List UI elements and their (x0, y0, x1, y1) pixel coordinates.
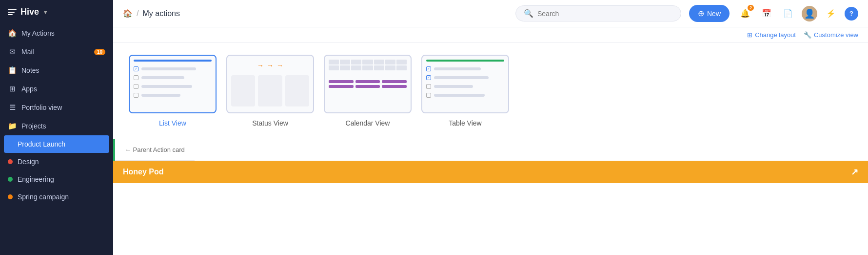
sidebar-item-spring-campaign[interactable]: Spring campaign (0, 188, 113, 206)
hive-logo-icon (8, 9, 17, 15)
list-view-card[interactable]: List View (129, 55, 217, 127)
list-view-label: List View (159, 119, 186, 127)
sidebar-item-label: Product Launch (18, 140, 65, 148)
table-view-card[interactable]: Table View (421, 55, 509, 127)
sidebar-item-engineering[interactable]: Engineering (0, 170, 113, 188)
notif-badge: 2 (748, 5, 754, 11)
search-input[interactable] (537, 10, 673, 18)
calendar-button[interactable]: 📅 (759, 6, 774, 21)
parent-action-bar[interactable]: ← Parent Action card (115, 139, 195, 161)
parent-action-row: ← Parent Action card (113, 139, 868, 161)
layout-icon: ⊞ (747, 31, 752, 39)
change-layout-label: Change layout (755, 31, 796, 39)
change-layout-button[interactable]: ⊞ Change layout (747, 31, 796, 39)
sidebar-item-mail[interactable]: ✉ Mail 10 (0, 42, 113, 61)
home-icon: 🏠 (8, 29, 17, 38)
list-view-thumbnail (129, 55, 217, 113)
wrench-icon: 🔧 (804, 31, 811, 39)
calendar-view-label: Calendar View (346, 119, 390, 127)
mail-icon: ✉ (8, 47, 17, 56)
calendar-view-card[interactable]: Calendar View (324, 55, 412, 127)
logo-caret: ▾ (44, 9, 47, 16)
topbar-separator: / (137, 9, 138, 18)
parent-action-label: ← Parent Action card (125, 146, 185, 153)
sidebar-item-my-actions[interactable]: 🏠 My Actions (0, 24, 113, 42)
status-view-card[interactable]: → → → Status View (226, 55, 314, 127)
sidebar-item-label: My Actions (21, 29, 55, 37)
topbar-home-icon: 🏠 (123, 9, 133, 18)
help-button[interactable]: ? (845, 7, 858, 21)
sidebar-item-label: Notes (21, 66, 39, 74)
file-icon: 📄 (783, 9, 793, 18)
lightning-icon: ⚡ (826, 9, 836, 18)
notes-icon: 📋 (8, 66, 17, 75)
subbar: ⊞ Change layout 🔧 Customize view (113, 27, 868, 43)
table-view-thumbnail (421, 55, 509, 113)
sidebar-item-apps[interactable]: ⊞ Apps (0, 80, 113, 98)
topbar-actions: 🔔 2 📅 📄 👤 ⚡ ? (737, 6, 858, 21)
sidebar-logo[interactable]: Hive ▾ (0, 0, 113, 24)
portfolio-icon: ☰ (8, 103, 17, 112)
notifications-button[interactable]: 🔔 2 (737, 6, 753, 21)
dot-icon (8, 159, 13, 164)
honey-pod-label: Honey Pod (123, 168, 164, 176)
honey-pod-bar[interactable]: Honey Pod ↗ (113, 161, 868, 183)
sidebar-item-portfolio-view[interactable]: ☰ Portfolio view (0, 98, 113, 117)
search-icon: 🔍 (524, 9, 533, 18)
sidebar: Hive ▾ 🏠 My Actions ✉ Mail 10 📋 Notes ⊞ … (0, 0, 113, 255)
status-view-thumbnail: → → → (226, 55, 314, 113)
topbar-title-area: 🏠 / My actions (123, 9, 508, 18)
honey-pod-arrow-icon: ↗ (851, 167, 858, 177)
sidebar-item-design[interactable]: Design (0, 153, 113, 170)
customize-view-label: Customize view (814, 31, 858, 39)
sidebar-item-label: Projects (21, 122, 46, 130)
dot-icon (8, 177, 13, 182)
sidebar-item-product-launch[interactable]: Product Launch (4, 135, 109, 153)
avatar-image: 👤 (804, 8, 815, 19)
page-title: My actions (142, 9, 179, 18)
sidebar-item-label: Engineering (18, 175, 54, 183)
file-button[interactable]: 📄 (780, 6, 796, 21)
sidebar-item-label: Apps (21, 85, 37, 93)
view-selector: List View → → → Status View (113, 43, 868, 139)
search-box[interactable]: 🔍 (515, 5, 681, 21)
mail-badge: 10 (94, 49, 105, 55)
calendar-view-thumbnail (324, 55, 412, 113)
dot-icon (8, 142, 13, 147)
sidebar-item-label: Spring campaign (18, 193, 69, 201)
lightning-button[interactable]: ⚡ (823, 6, 839, 21)
bottom-section: ← Parent Action card Honey Pod ↗ (113, 139, 868, 255)
topbar: 🏠 / My actions 🔍 ⊕ New 🔔 2 📅 📄 👤 (113, 0, 868, 27)
apps-icon: ⊞ (8, 85, 17, 93)
avatar[interactable]: 👤 (802, 6, 817, 21)
dot-icon (8, 194, 13, 199)
projects-icon: 📁 (8, 122, 17, 130)
table-view-label: Table View (449, 119, 481, 127)
sidebar-item-label: Mail (21, 48, 34, 56)
sidebar-item-projects[interactable]: 📁 Projects (0, 117, 113, 135)
help-icon: ? (849, 10, 853, 17)
sidebar-item-notes[interactable]: 📋 Notes (0, 61, 113, 80)
new-button[interactable]: ⊕ New (689, 5, 730, 22)
calendar-icon: 📅 (762, 9, 771, 18)
plus-icon: ⊕ (698, 9, 704, 18)
customize-view-button[interactable]: 🔧 Customize view (804, 31, 858, 39)
sidebar-item-label: Design (18, 158, 39, 166)
main-content: 🏠 / My actions 🔍 ⊕ New 🔔 2 📅 📄 👤 (113, 0, 868, 255)
sidebar-item-label: Portfolio view (21, 104, 62, 111)
status-view-label: Status View (252, 119, 288, 127)
sidebar-logo-text: Hive (20, 7, 39, 17)
new-button-label: New (707, 10, 721, 18)
